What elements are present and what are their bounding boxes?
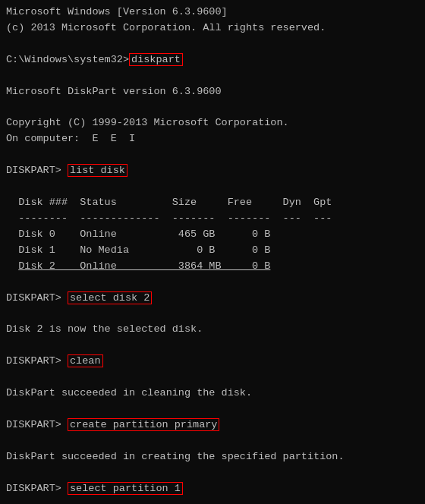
line-10 bbox=[6, 147, 419, 163]
line-25: DiskPart succeeded in cleaning the disk. bbox=[6, 386, 419, 402]
line-32 bbox=[6, 497, 419, 504]
terminal-window: Microsoft Windows [Version 6.3.9600] (c)… bbox=[0, 0, 425, 504]
line-15: Disk 0 Online 465 GB 0 B bbox=[6, 227, 419, 243]
line-27: DISKPART> create partition primary bbox=[6, 417, 419, 433]
line-6: Microsoft DiskPart version 6.3.9600 bbox=[6, 84, 419, 100]
line-20 bbox=[6, 307, 419, 323]
cmd-diskpart: diskpart bbox=[129, 53, 183, 66]
line-23: DISKPART> clean bbox=[6, 354, 419, 370]
line-13: Disk ### Status Size Free Dyn Gpt bbox=[6, 195, 419, 211]
line-29: DiskPart succeeded in creating the speci… bbox=[6, 449, 419, 465]
cmd-clean: clean bbox=[68, 354, 103, 367]
line-2: (c) 2013 Microsoft Corporation. All righ… bbox=[6, 20, 419, 36]
line-21: Disk 2 is now the selected disk. bbox=[6, 322, 419, 338]
line-7 bbox=[6, 100, 419, 116]
cmd-select-partition-1: select partition 1 bbox=[68, 482, 183, 495]
line-16: Disk 1 No Media 0 B 0 B bbox=[6, 243, 419, 259]
line-5 bbox=[6, 68, 419, 84]
line-31: DISKPART> select partition 1 bbox=[6, 481, 419, 497]
cmd-list-disk: list disk bbox=[68, 164, 128, 177]
line-18 bbox=[6, 275, 419, 291]
line-24 bbox=[6, 370, 419, 386]
line-19: DISKPART> select disk 2 bbox=[6, 291, 419, 307]
line-9: On computer: E E I bbox=[6, 131, 419, 147]
line-26 bbox=[6, 402, 419, 417]
line-22 bbox=[6, 338, 419, 354]
line-28 bbox=[6, 433, 419, 449]
line-1: Microsoft Windows [Version 6.3.9600] bbox=[6, 5, 419, 20]
line-12 bbox=[6, 179, 419, 195]
line-4: C:\Windows\system32>diskpart bbox=[6, 52, 419, 68]
line-3 bbox=[6, 36, 419, 52]
cmd-create-partition-primary: create partition primary bbox=[68, 418, 219, 431]
cmd-select-disk-2: select disk 2 bbox=[68, 291, 152, 304]
line-17: Disk 2 Online 3864 MB 0 B bbox=[6, 259, 419, 275]
line-11: DISKPART> list disk bbox=[6, 163, 419, 179]
line-14: -------- ------------- ------- ------- -… bbox=[6, 211, 419, 227]
line-30 bbox=[6, 465, 419, 481]
line-8: Copyright (C) 1999-2013 Microsoft Corpor… bbox=[6, 115, 419, 131]
